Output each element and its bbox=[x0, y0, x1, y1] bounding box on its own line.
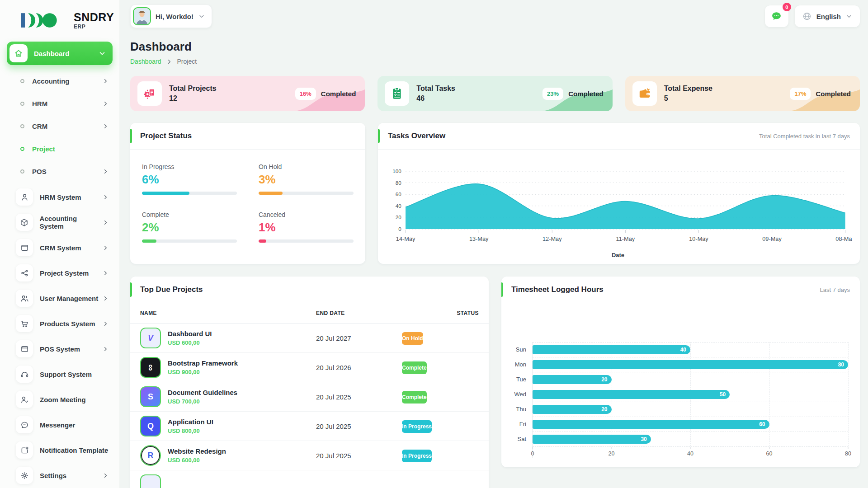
svg-text:12-May: 12-May bbox=[542, 236, 562, 242]
bar-value-label: 20 bbox=[601, 376, 611, 383]
table-row-document-guidelines[interactable]: SDocument GuidelinesUSD 700,0020 Jul 202… bbox=[130, 382, 489, 412]
table-row-partial[interactable] bbox=[130, 470, 489, 488]
svg-text:13-May: 13-May bbox=[469, 236, 489, 242]
project-price: USD 600,00 bbox=[168, 457, 226, 464]
tasks-overview-chart: 02040608010014-May13-May12-May11-May10-M… bbox=[384, 153, 852, 249]
brand-logo: SNDRY ERP bbox=[20, 10, 113, 31]
notifications-button[interactable]: 0 bbox=[765, 5, 788, 27]
svg-text:60: 60 bbox=[396, 191, 402, 197]
sidebar-item-hrm-system[interactable]: HRM System bbox=[7, 184, 113, 210]
bullet-icon bbox=[20, 124, 24, 128]
stat-completed-label: Completed bbox=[321, 90, 356, 98]
users-icon bbox=[16, 290, 33, 307]
expense-icon bbox=[632, 81, 657, 106]
sidebar-item-dashboard[interactable]: Dashboard bbox=[7, 42, 113, 65]
bar-category-label: Sun bbox=[509, 342, 532, 357]
bar-row-fri: 60 bbox=[533, 417, 848, 432]
language-selector[interactable]: English bbox=[795, 5, 860, 27]
bar-category-label: Thu bbox=[509, 402, 532, 417]
sidebar-item-label: Messenger bbox=[40, 421, 75, 429]
top-due-projects-card: Top Due Projects NAME END DATE STATUS VD… bbox=[130, 277, 489, 488]
stat-completed-label: Completed bbox=[568, 90, 604, 98]
table-row-application-ui[interactable]: QApplication UIUSD 800,0020 Jul 2025In P… bbox=[130, 412, 489, 441]
table-row-bootstrap-framework[interactable]: ∞Bootstrap FrameworkUSD 900,0020 Jul 202… bbox=[130, 353, 489, 382]
sidebar-item-label: Support System bbox=[40, 371, 92, 378]
x-axis-tick-label: 40 bbox=[687, 450, 693, 457]
bar-row-mon: 80 bbox=[533, 357, 848, 372]
stat-percent-badge: 17% bbox=[790, 88, 811, 100]
chevron-right-icon bbox=[102, 295, 109, 302]
chevron-right-icon bbox=[102, 320, 109, 327]
chevron-right-icon bbox=[166, 58, 173, 65]
bar-row-thu: 20 bbox=[533, 402, 848, 417]
sidebar-item-project[interactable]: Project bbox=[7, 137, 113, 160]
chevron-right-icon bbox=[102, 194, 109, 201]
column-header-status: STATUS bbox=[402, 310, 479, 316]
chevron-right-icon bbox=[102, 219, 109, 226]
bar: 60 bbox=[533, 420, 769, 429]
breadcrumb-dashboard-link[interactable]: Dashboard bbox=[130, 58, 161, 65]
table-row-website-redesign[interactable]: RWebsite RedesignUSD 600,0020 Jul 2025In… bbox=[130, 441, 489, 470]
sidebar-item-pos[interactable]: POS bbox=[7, 160, 113, 183]
table-body: VDashboard UIUSD 600,0020 Jul 2027On Hol… bbox=[130, 324, 489, 488]
brand-sub: ERP bbox=[74, 23, 114, 30]
share-icon bbox=[16, 264, 33, 282]
sidebar-item-label: Zoom Meeting bbox=[40, 396, 86, 404]
sidebar-item-project-system[interactable]: Project System bbox=[7, 260, 113, 286]
progress-bar bbox=[259, 192, 354, 195]
bar: 20 bbox=[533, 375, 612, 384]
sidebar-item-products-system[interactable]: Products System bbox=[7, 311, 113, 336]
cube-icon bbox=[16, 214, 33, 231]
project-price: USD 800,00 bbox=[168, 427, 213, 434]
sidebar-item-hrm[interactable]: HRM bbox=[7, 92, 113, 115]
progress-bar bbox=[259, 239, 354, 243]
card-subtitle: Total Completed task in last 7 days bbox=[759, 133, 850, 140]
progress-bar bbox=[142, 239, 237, 243]
sidebar-item-notification-template[interactable]: Notification Template bbox=[7, 437, 113, 463]
sidebar-item-crm-system[interactable]: CRM System bbox=[7, 235, 113, 260]
bar-category-label: Wed bbox=[509, 387, 532, 402]
svg-text:14-May: 14-May bbox=[396, 236, 415, 242]
sidebar-item-accounting-system[interactable]: Accounting System bbox=[7, 210, 113, 235]
project-name: Application UI bbox=[168, 418, 213, 426]
sidebar-item-pos-system[interactable]: POS System bbox=[7, 336, 113, 361]
chevron-right-icon bbox=[102, 100, 109, 107]
bar-value-label: 80 bbox=[838, 361, 848, 368]
stat-card-total-expense: Total Expense517%Completed bbox=[625, 76, 860, 111]
tasks-overview-card: Tasks Overview Total Completed task in l… bbox=[378, 123, 860, 264]
table-row-dashboard-ui[interactable]: VDashboard UIUSD 600,0020 Jul 2027On Hol… bbox=[130, 324, 489, 353]
bar: 50 bbox=[533, 390, 730, 399]
bar-row-tue: 20 bbox=[533, 372, 848, 387]
x-axis-tick-label: 80 bbox=[845, 450, 851, 457]
chevron-down-icon bbox=[98, 49, 106, 57]
sidebar-item-zoom-meeting[interactable]: Zoom Meeting bbox=[7, 387, 113, 412]
card-title: Project Status bbox=[140, 131, 192, 141]
project-price: USD 700,00 bbox=[168, 398, 237, 405]
person-icon bbox=[16, 188, 33, 206]
svg-text:0: 0 bbox=[398, 226, 401, 232]
tasks-icon bbox=[385, 81, 409, 106]
sidebar-item-support-system[interactable]: Support System bbox=[7, 361, 113, 387]
bar-category-label: Fri bbox=[509, 417, 532, 432]
timesheet-card: Timesheet Logged Hours Last 7 days SunMo… bbox=[501, 277, 860, 467]
chevron-right-icon bbox=[102, 244, 109, 251]
sidebar-item-accounting[interactable]: Accounting bbox=[7, 70, 113, 92]
chevron-right-icon bbox=[102, 270, 109, 277]
bar: 40 bbox=[533, 345, 690, 354]
sidebar-item-crm[interactable]: CRM bbox=[7, 115, 113, 137]
status-badge: In Progress bbox=[402, 450, 432, 462]
user-menu-button[interactable]: Hi, Workdo! bbox=[130, 5, 212, 28]
svg-text:10-May: 10-May bbox=[689, 236, 708, 242]
project-avatar: V bbox=[140, 328, 161, 348]
sidebar-submenu: AccountingHRMCRMProjectPOS bbox=[7, 70, 113, 183]
status-badge: Complete bbox=[402, 361, 427, 374]
sidebar-item-settings[interactable]: Settings bbox=[7, 463, 113, 488]
sidebar-item-user-management[interactable]: User Management bbox=[7, 286, 113, 311]
chevron-right-icon bbox=[102, 78, 109, 84]
card-subtitle: Last 7 days bbox=[820, 286, 850, 293]
bullet-icon bbox=[20, 169, 24, 174]
x-axis: 020406080 bbox=[533, 446, 848, 458]
sidebar-item-messenger[interactable]: Messenger bbox=[7, 412, 113, 437]
stat-completed-label: Completed bbox=[816, 90, 851, 98]
bar-value-label: 60 bbox=[759, 421, 769, 427]
